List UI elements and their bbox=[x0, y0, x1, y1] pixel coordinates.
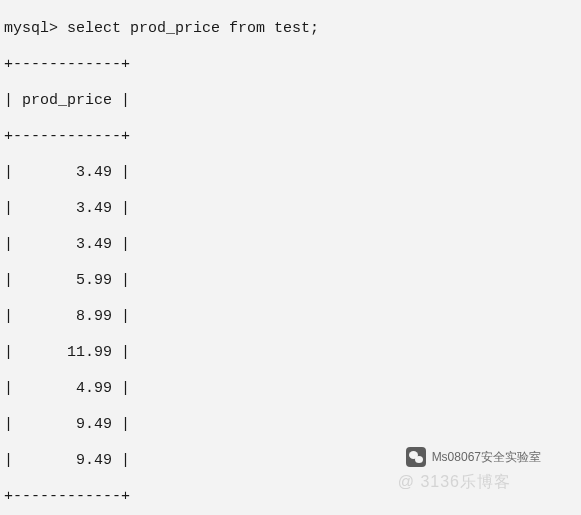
table1-border-mid: +------------+ bbox=[4, 128, 577, 146]
table1-row: | 3.49 | bbox=[4, 164, 577, 182]
query-text-1: select prod_price from test; bbox=[67, 20, 319, 37]
table1-header: | prod_price | bbox=[4, 92, 577, 110]
table1-border-top: +------------+ bbox=[4, 56, 577, 74]
mysql-prompt: mysql> bbox=[4, 20, 58, 37]
table1-row: | 9.49 | bbox=[4, 416, 577, 434]
terminal-output: mysql> select prod_price from test; +---… bbox=[0, 0, 581, 515]
table1-row: | 3.49 | bbox=[4, 200, 577, 218]
table1-row: | 4.99 | bbox=[4, 380, 577, 398]
watermark-text: Ms08067安全实验室 bbox=[432, 448, 541, 466]
watermark: Ms08067安全实验室 bbox=[406, 447, 541, 467]
table1-row: | 8.99 | bbox=[4, 308, 577, 326]
query-line-1: mysql> select prod_price from test; bbox=[4, 20, 577, 38]
faint-watermark: @ 3136乐博客 bbox=[398, 473, 511, 491]
table1-row: | 11.99 | bbox=[4, 344, 577, 362]
table1-row: | 3.49 | bbox=[4, 236, 577, 254]
wechat-icon bbox=[406, 447, 426, 467]
table1-row: | 5.99 | bbox=[4, 272, 577, 290]
